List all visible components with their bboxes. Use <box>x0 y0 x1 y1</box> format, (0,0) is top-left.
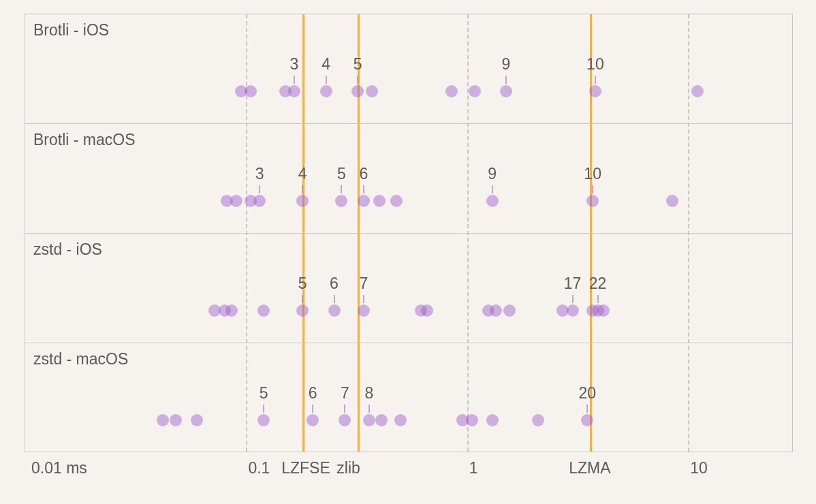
data-point <box>225 304 238 317</box>
x-tick-label: 0.01 ms <box>31 459 87 477</box>
point-tick <box>341 185 342 193</box>
data-point <box>466 414 478 426</box>
point-label: 6 <box>359 165 368 183</box>
x-tick-label: 1 <box>469 459 478 477</box>
point-tick <box>505 76 507 84</box>
point-label: 9 <box>502 55 511 74</box>
point-label: 10 <box>584 165 601 183</box>
point-label: 7 <box>341 384 349 403</box>
point-tick <box>357 76 358 84</box>
point-label: 5 <box>260 384 268 403</box>
plot-area: Brotli - iOS345910Brotli - macOS3456910z… <box>25 14 793 452</box>
point-label: 8 <box>364 384 373 403</box>
data-point <box>257 304 270 317</box>
point-label: 10 <box>586 55 604 74</box>
point-label: 17 <box>564 274 582 293</box>
data-point <box>486 414 499 426</box>
point-label: 5 <box>298 274 307 293</box>
point-label: 9 <box>488 165 497 183</box>
point-tick <box>344 405 345 413</box>
data-point <box>597 304 610 317</box>
data-point <box>500 85 512 97</box>
x-axis: 0.01 ms0.1110LZFSEzlibLZMA <box>25 452 793 490</box>
data-point <box>363 414 375 426</box>
reference-label: LZFSE <box>281 459 330 477</box>
data-point <box>691 85 704 97</box>
data-point <box>589 85 601 97</box>
data-point <box>390 195 403 207</box>
row-label: Brotli - iOS <box>33 21 109 40</box>
point-tick <box>492 185 493 193</box>
point-tick <box>597 295 599 303</box>
point-label: 5 <box>337 165 346 183</box>
point-tick <box>326 76 327 84</box>
point-tick <box>334 295 335 303</box>
point-tick <box>368 405 370 413</box>
row-label: zstd - macOS <box>33 350 128 368</box>
data-point <box>245 85 257 97</box>
point-label: 6 <box>309 384 317 403</box>
x-tick-label: 10 <box>690 459 708 477</box>
data-point <box>296 195 309 207</box>
row-label: Brotli - macOS <box>33 131 136 149</box>
data-point <box>581 414 593 426</box>
point-label: 3 <box>290 55 299 74</box>
point-label: 5 <box>354 55 362 74</box>
chart-row: Brotli - iOS345910 <box>25 14 792 124</box>
point-tick <box>263 405 264 413</box>
data-point <box>666 195 678 207</box>
data-point <box>170 414 182 426</box>
data-point <box>230 195 242 207</box>
reference-label: LZMA <box>569 459 610 477</box>
data-point <box>421 304 433 317</box>
reference-label: zlib <box>336 459 360 477</box>
data-point <box>339 414 351 426</box>
point-label: 4 <box>321 55 330 74</box>
data-point <box>358 195 370 207</box>
point-tick <box>294 76 295 84</box>
point-tick <box>586 405 588 413</box>
point-label: 3 <box>255 165 264 183</box>
point-tick <box>363 185 364 193</box>
point-label: 6 <box>330 274 339 293</box>
data-point <box>490 304 502 317</box>
data-point <box>373 195 386 207</box>
data-point <box>586 195 599 207</box>
point-tick <box>363 295 364 303</box>
compression-latency-chart: Brotli - iOS345910Brotli - macOS3456910z… <box>0 0 816 504</box>
point-label: 20 <box>579 384 597 403</box>
data-point <box>503 304 516 317</box>
data-point <box>469 85 481 97</box>
x-tick-label: 0.1 <box>248 459 270 477</box>
data-point <box>375 414 388 426</box>
point-tick <box>302 295 303 303</box>
data-point <box>191 414 203 426</box>
data-point <box>445 85 458 97</box>
chart-row: Brotli - macOS3456910 <box>25 124 792 234</box>
point-label: 22 <box>589 274 607 293</box>
data-point <box>532 414 544 426</box>
point-label: 7 <box>359 274 368 293</box>
data-point <box>257 414 270 426</box>
chart-row: zstd - iOS5671722 <box>25 234 792 343</box>
point-tick <box>259 185 260 193</box>
point-tick <box>595 76 596 84</box>
data-point <box>296 304 309 317</box>
data-point <box>335 195 347 207</box>
point-tick <box>592 185 593 193</box>
data-point <box>288 85 300 97</box>
point-label: 4 <box>298 165 307 183</box>
data-point <box>351 85 364 97</box>
data-point <box>366 85 378 97</box>
data-point <box>328 304 341 317</box>
data-point <box>157 414 169 426</box>
chart-row: zstd - macOS567820 <box>25 343 792 453</box>
data-point <box>486 195 499 207</box>
point-tick <box>302 185 303 193</box>
data-point <box>394 414 407 426</box>
point-tick <box>312 405 313 413</box>
data-point <box>253 195 266 207</box>
data-point <box>320 85 332 97</box>
data-point <box>567 304 579 317</box>
point-tick <box>572 295 574 303</box>
